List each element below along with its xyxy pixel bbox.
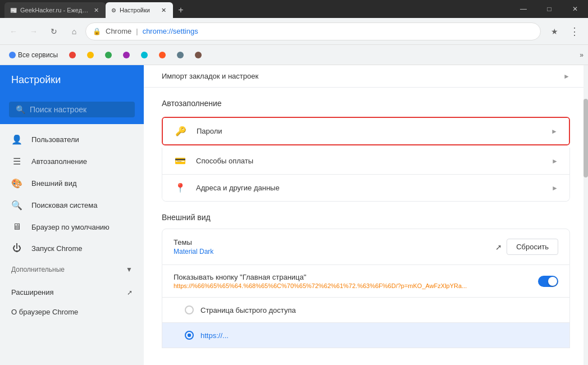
window-controls: — □ ✕ bbox=[510, 0, 588, 18]
scrollbar[interactable] bbox=[584, 65, 588, 365]
sidebar-item-about[interactable]: О браузере Chrome bbox=[0, 302, 144, 322]
tab-1[interactable]: 📰 GeekHacker.ru - Ежедневный ж... ✕ bbox=[4, 2, 106, 18]
bookmark-item-3[interactable] bbox=[101, 49, 116, 61]
reset-theme-button[interactable]: Сбросить bbox=[507, 239, 558, 255]
bookmark-item-5[interactable] bbox=[136, 49, 152, 61]
chrome-menu-button[interactable]: ⋮ bbox=[566, 22, 584, 40]
location-icon: 📍 bbox=[174, 182, 187, 193]
new-tab-button[interactable]: + bbox=[173, 2, 189, 18]
bookmark-favicon-4 bbox=[123, 52, 130, 58]
sidebar-item-appearance-label: Внешний вид bbox=[31, 179, 77, 188]
sidebar-item-autofill[interactable]: ☰ Автозаполнение bbox=[0, 150, 144, 172]
sidebar-item-appearance[interactable]: 🎨 Внешний вид bbox=[0, 172, 144, 194]
theme-label: Темы bbox=[174, 238, 213, 247]
address-bar[interactable]: 🔒 Chrome | chrome://settings bbox=[85, 22, 541, 40]
custom-url-radio-row: https://... bbox=[162, 323, 570, 348]
bookmark-favicon-1 bbox=[69, 52, 76, 58]
tab-2-close[interactable]: ✕ bbox=[160, 6, 167, 15]
bookmark-item-2[interactable] bbox=[83, 49, 98, 61]
tab-2[interactable]: ⚙ Настройки ✕ bbox=[106, 2, 173, 18]
bookmark-item-1[interactable] bbox=[65, 49, 80, 61]
passwords-row-highlighted: 🔑 Пароли ► bbox=[162, 117, 570, 145]
import-arrow-icon: ► bbox=[563, 72, 570, 80]
sidebar-item-autofill-label: Автозаполнение bbox=[31, 157, 87, 166]
toggle-knob bbox=[548, 277, 557, 286]
sidebar-item-browser[interactable]: 🖥 Браузер по умолчанию bbox=[0, 216, 144, 238]
external-link-icon: ➚ bbox=[127, 289, 133, 296]
autofill-card: 💳 Способы оплаты ► 📍 Адреса и другие дан… bbox=[162, 148, 570, 202]
addresses-row[interactable]: 📍 Адреса и другие данные ► bbox=[162, 175, 569, 201]
sidebar-ext-label: Расширения bbox=[11, 288, 54, 296]
bookmark-item-4[interactable] bbox=[118, 49, 134, 61]
sidebar-about-label: О браузере Chrome bbox=[11, 308, 78, 316]
tab-2-favicon: ⚙ bbox=[111, 7, 116, 13]
home-button[interactable]: ⌂ bbox=[65, 22, 83, 40]
bookmark-item-0[interactable]: Все сервисы bbox=[4, 49, 62, 61]
bookmark-item-6[interactable] bbox=[154, 49, 170, 61]
theme-actions: ➚ Сбросить bbox=[495, 239, 558, 255]
sidebar-search-area: 🔍 bbox=[0, 95, 144, 124]
quick-access-label: Страница быстрого доступа bbox=[200, 306, 296, 314]
payments-row[interactable]: 💳 Способы оплаты ► bbox=[162, 148, 569, 175]
search-input[interactable] bbox=[30, 105, 128, 114]
sidebar-item-browser-label: Браузер по умолчанию bbox=[31, 223, 110, 231]
scrollbar-thumb[interactable] bbox=[584, 99, 588, 177]
tab-1-favicon: 📰 bbox=[10, 7, 17, 13]
bookmarks-overflow[interactable]: » bbox=[580, 51, 584, 59]
sidebar-item-extensions[interactable]: Расширения ➚ bbox=[0, 282, 144, 302]
maximize-button[interactable]: □ bbox=[536, 0, 562, 18]
forward-button[interactable]: → bbox=[25, 22, 43, 40]
content-area: Импорт закладок и настроек ► Автозаполне… bbox=[144, 65, 588, 365]
sidebar-item-users-label: Пользователи bbox=[31, 135, 79, 144]
search-box[interactable]: 🔍 bbox=[9, 102, 135, 117]
bookmark-star-button[interactable]: ★ bbox=[545, 22, 563, 40]
bookmark-item-8[interactable] bbox=[190, 49, 206, 61]
homepage-url: https://%66%65%65%64.%68%65%6C%70%65%72%… bbox=[174, 282, 467, 289]
address-separator: | bbox=[136, 27, 138, 35]
back-button[interactable]: ← bbox=[4, 22, 22, 40]
bookmark-label-0: Все сервисы bbox=[18, 51, 58, 59]
autofill-icon: ☰ bbox=[11, 156, 22, 167]
sidebar-item-search[interactable]: 🔍 Поисковая система bbox=[0, 194, 144, 216]
user-icon: 👤 bbox=[11, 134, 22, 145]
bookmark-favicon-5 bbox=[141, 52, 148, 58]
theme-info: Темы Material Dark bbox=[174, 238, 213, 256]
main-layout: Настройки 🔍 👤 Пользователи ☰ Автозаполне… bbox=[0, 65, 588, 365]
sidebar-item-users[interactable]: 👤 Пользователи bbox=[0, 129, 144, 150]
bookmark-favicon-3 bbox=[105, 52, 112, 58]
open-external-icon[interactable]: ➚ bbox=[495, 243, 502, 252]
passwords-row[interactable]: 🔑 Пароли ► bbox=[163, 118, 569, 144]
payments-arrow-icon: ► bbox=[551, 157, 558, 165]
sidebar-item-startup[interactable]: ⏻ Запуск Chrome bbox=[0, 238, 144, 259]
sidebar-title: Настройки bbox=[0, 65, 144, 95]
titlebar: 📰 GeekHacker.ru - Ежедневный ж... ✕ ⚙ На… bbox=[0, 0, 588, 18]
refresh-button[interactable]: ↻ bbox=[45, 22, 63, 40]
close-button[interactable]: ✕ bbox=[562, 0, 588, 18]
autofill-section-title: Автозаполнение bbox=[144, 88, 588, 115]
bookmark-favicon-8 bbox=[195, 52, 202, 58]
appearance-icon: 🎨 bbox=[11, 178, 22, 189]
passwords-arrow-icon: ► bbox=[551, 127, 558, 135]
startup-icon: ⏻ bbox=[11, 243, 22, 253]
bookmark-favicon-0 bbox=[9, 52, 16, 58]
navbar: ← → ↻ ⌂ 🔒 Chrome | chrome://settings ★ ⋮ bbox=[0, 18, 588, 45]
sidebar-additional-section[interactable]: Дополнительные ▼ bbox=[0, 259, 144, 276]
browser-icon: 🖥 bbox=[11, 222, 22, 232]
minimize-button[interactable]: — bbox=[510, 0, 536, 18]
sidebar-nav: 👤 Пользователи ☰ Автозаполнение 🎨 Внешни… bbox=[0, 124, 144, 365]
import-row[interactable]: Импорт закладок и настроек ► bbox=[162, 65, 570, 87]
bookmark-favicon-7 bbox=[177, 52, 184, 58]
quick-access-radio-row: Страница быстрого доступа bbox=[162, 298, 570, 323]
bookmark-favicon-6 bbox=[159, 52, 166, 58]
sidebar-additional-label: Дополнительные bbox=[11, 266, 65, 273]
card-icon: 💳 bbox=[174, 156, 187, 166]
custom-url-radio[interactable] bbox=[185, 331, 194, 340]
bookmarks-bar: Все сервисы » bbox=[0, 45, 588, 65]
homepage-toggle[interactable] bbox=[538, 276, 558, 287]
additional-arrow-icon: ▼ bbox=[126, 266, 133, 273]
tab-1-close[interactable]: ✕ bbox=[93, 6, 100, 15]
quick-access-radio[interactable] bbox=[185, 305, 194, 314]
bookmark-item-7[interactable] bbox=[172, 49, 188, 61]
import-section: Импорт закладок и настроек ► bbox=[144, 65, 588, 88]
bookmark-favicon-2 bbox=[87, 52, 94, 58]
